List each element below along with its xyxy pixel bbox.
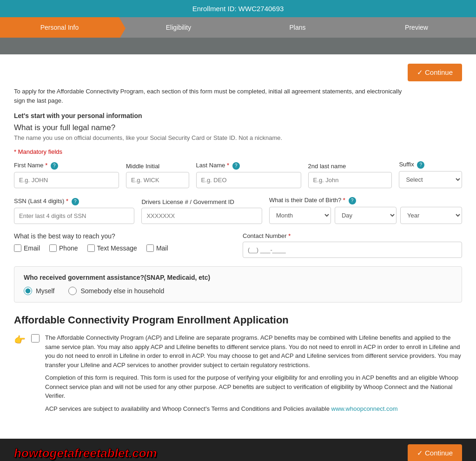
pointing-hand-icon: 👉: [14, 334, 26, 345]
drivers-license-label: Drivers License # / Government ID: [141, 198, 262, 205]
reach-mail-checkbox[interactable]: [146, 244, 154, 252]
reach-mail-label: Mail: [156, 244, 168, 252]
reach-phone-label: Phone: [59, 244, 78, 252]
acp-check-row: 👉 The Affordable Connectivity Program (A…: [14, 333, 462, 413]
bottom-domain-text: howtogetafreetablet.com: [14, 446, 157, 461]
second-last-name-label: 2nd last name: [308, 163, 392, 170]
second-last-name-input[interactable]: [308, 172, 392, 188]
name-subtitle: The name you use on official documents, …: [14, 134, 462, 141]
bottom-bar: howtogetafreetablet.com Continue: [0, 439, 476, 461]
reach-options: Email Phone Text Message Mail: [14, 244, 233, 252]
reach-text-checkbox[interactable]: [87, 244, 95, 252]
dob-required: *: [343, 197, 345, 204]
contact-number-col: Contact Number *: [243, 232, 462, 258]
somebody-else-radio[interactable]: [68, 287, 77, 295]
middle-initial-input[interactable]: [126, 172, 189, 188]
step-personal-info[interactable]: Personal Info: [0, 17, 119, 38]
reach-text-label: Text Message: [97, 244, 137, 252]
contact-number-group: Contact Number *: [243, 232, 462, 258]
middle-initial-label: Middle Initial: [126, 163, 189, 170]
second-last-name-group: 2nd last name: [308, 163, 392, 188]
reach-col: What is the best way to reach you? Email…: [14, 232, 233, 257]
reach-phone-option[interactable]: Phone: [49, 244, 78, 252]
ssn-group: SSN (Last 4 digits) * ?: [14, 198, 134, 224]
dob-year-select[interactable]: Year 194019501960 197019801990 200020052…: [400, 207, 462, 224]
dob-selects: Month JanuaryFebruaryMarch AprilMayJune …: [269, 207, 462, 224]
section-title: Let's start with your personal informati…: [14, 112, 462, 119]
reach-email-label: Email: [24, 244, 40, 252]
first-name-input[interactable]: [14, 172, 119, 188]
name-form-row: First Name * ? Middle Initial Last Name …: [14, 161, 462, 188]
first-name-info-icon[interactable]: ?: [51, 162, 58, 170]
myself-radio[interactable]: [24, 287, 32, 295]
contact-number-label: Contact Number *: [243, 232, 462, 239]
mandatory-note: * Mandatory fields: [14, 148, 462, 155]
reach-contact-row: What is the best way to reach you? Email…: [14, 232, 462, 258]
ssn-info-icon[interactable]: ?: [72, 198, 79, 205]
main-content: Continue To apply for the Affordable Con…: [0, 54, 476, 439]
reach-email-option[interactable]: Email: [14, 244, 40, 252]
acp-title: Affordable Connectivity Program Enrollme…: [14, 314, 462, 326]
gov-assistance-title: Who received government assistance?(SNAP…: [24, 274, 452, 281]
reach-text-option[interactable]: Text Message: [87, 244, 137, 252]
suffix-info-icon[interactable]: ?: [417, 161, 424, 169]
last-name-input[interactable]: [196, 172, 301, 188]
suffix-label: Suffix ?: [399, 161, 462, 169]
gov-assistance-options: Myself Somebody else in household: [24, 287, 452, 295]
continue-button-bottom[interactable]: Continue: [408, 444, 462, 461]
dob-day-select[interactable]: Day 1234 5678 9101112 13141516 17181920 …: [335, 207, 397, 224]
ssn-label: SSN (Last 4 digits) * ?: [14, 198, 134, 205]
ssn-required: *: [66, 198, 68, 204]
suffix-select[interactable]: Select Jr. Sr. II III IV: [399, 171, 462, 188]
ssn-input[interactable]: [14, 208, 134, 224]
step-plans[interactable]: Plans: [238, 17, 357, 38]
reach-label: What is the best way to reach you?: [14, 232, 233, 240]
acp-paragraph-2: Completion of this form is required. Thi…: [45, 373, 462, 401]
gov-assistance-box: Who received government assistance?(SNAP…: [14, 266, 462, 303]
dob-label: What is their Date of Birth? * ?: [269, 197, 462, 204]
drivers-license-input[interactable]: [141, 208, 262, 224]
dob-month-select[interactable]: Month JanuaryFebruaryMarch AprilMayJune …: [269, 207, 331, 224]
step-preview[interactable]: Preview: [357, 17, 476, 38]
reach-mail-option[interactable]: Mail: [146, 244, 168, 252]
myself-label: Myself: [36, 287, 54, 295]
acp-section: Affordable Connectivity Program Enrollme…: [14, 314, 462, 413]
continue-button-top[interactable]: Continue: [408, 64, 462, 81]
somebody-else-label: Somebody else in household: [80, 287, 164, 295]
myself-option[interactable]: Myself: [24, 287, 54, 295]
first-name-required: *: [45, 162, 47, 169]
enrollment-id-bar: Enrollment ID: WWC2740693: [0, 0, 476, 17]
somebody-else-option[interactable]: Somebody else in household: [68, 287, 164, 295]
step-eligibility[interactable]: Eligibility: [119, 17, 238, 38]
acp-paragraph-3: ACP services are subject to availability…: [45, 404, 462, 414]
contact-required: *: [288, 232, 291, 239]
drivers-license-group: Drivers License # / Government ID: [141, 198, 262, 224]
last-name-group: Last Name * ?: [196, 162, 301, 188]
dob-group: What is their Date of Birth? * ? Month J…: [269, 197, 462, 224]
last-name-required: *: [227, 162, 229, 169]
dob-info-icon[interactable]: ?: [349, 197, 356, 204]
intro-paragraph: To apply for the Affordable Connectivity…: [14, 87, 462, 105]
gray-divider-bar: [0, 38, 476, 54]
reach-email-checkbox[interactable]: [14, 244, 21, 252]
reach-phone-checkbox[interactable]: [49, 244, 57, 252]
first-name-label: First Name * ?: [14, 162, 119, 170]
acp-paragraph-1: The Affordable Connectivity Program (ACP…: [45, 333, 462, 369]
acp-agreement-checkbox[interactable]: [31, 334, 40, 342]
enrollment-id-text: Enrollment ID: WWC2740693: [192, 5, 284, 13]
name-question: What is your full legal name?: [14, 123, 462, 132]
last-name-info-icon[interactable]: ?: [232, 162, 240, 170]
ssn-dob-form-row: SSN (Last 4 digits) * ? Drivers License …: [14, 197, 462, 224]
progress-nav: Personal Info Eligibility Plans Preview: [0, 17, 476, 38]
last-name-label: Last Name * ?: [196, 162, 301, 170]
first-name-group: First Name * ?: [14, 162, 119, 188]
middle-initial-group: Middle Initial: [126, 163, 189, 188]
acp-link[interactable]: www.whoopconnect.com: [331, 405, 398, 412]
suffix-group: Suffix ? Select Jr. Sr. II III IV: [399, 161, 462, 188]
acp-text: The Affordable Connectivity Program (ACP…: [45, 333, 462, 413]
contact-number-input[interactable]: [243, 242, 462, 258]
